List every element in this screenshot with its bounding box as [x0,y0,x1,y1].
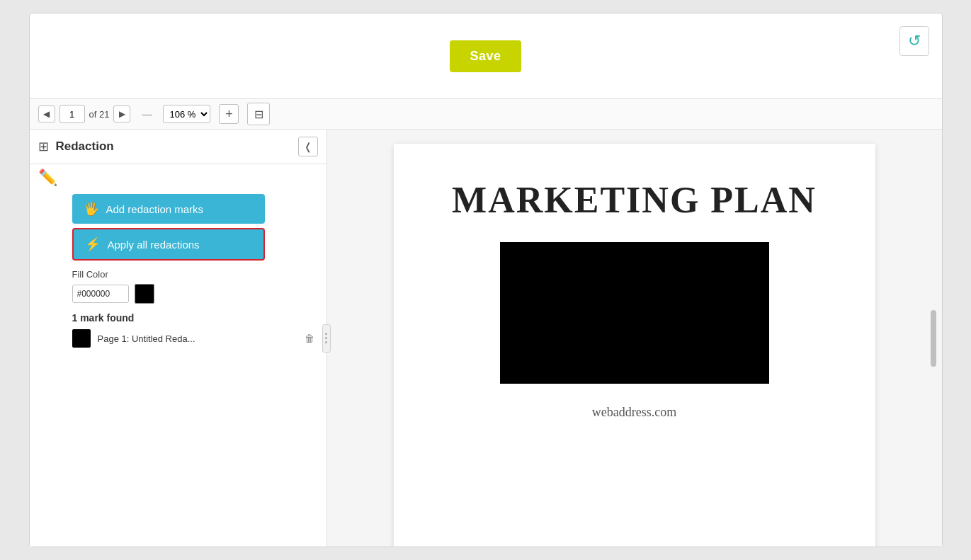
undo-icon: ↺ [908,32,921,50]
grid-icon: ⊞ [38,139,49,154]
scroll-indicator[interactable] [931,310,936,367]
apply-redaction-icon: ⚡ [85,236,101,252]
fill-color-label: Fill Color [72,269,318,280]
apply-redaction-button[interactable]: ⚡ Apply all redactions [72,228,265,261]
toolbar-nav: ◀ of 21 ▶ [38,105,131,123]
layout-button[interactable]: ⊟ [247,103,270,125]
next-icon: ▶ [119,109,125,119]
mark-delete-button[interactable]: 🗑 [301,330,318,347]
next-page-button[interactable]: ▶ [113,105,130,122]
sidebar-header: ⊞ Redaction ❬ [30,130,326,164]
zoom-control: 106 % 75 % 100 % 125 % 150 % [163,105,210,123]
fill-color-swatch[interactable] [135,284,154,304]
content-area: ⊞ Redaction ❬ ✏️ 🖐 Add redaction marks [30,130,942,547]
toolbar: ◀ of 21 ▶ — 106 % 75 % 100 % 125 % 150 % [30,98,942,130]
mark-name: Page 1: Untitled Reda... [98,333,294,344]
outer-container: Save ↺ ◀ of 21 ▶ — 106 % 75 % [0,0,971,560]
add-icon: + [225,107,233,122]
mark-item: Page 1: Untitled Reda... 🗑 [72,329,318,348]
zoom-select[interactable]: 106 % 75 % 100 % 125 % 150 % [163,105,210,123]
page-number-input[interactable] [59,105,85,123]
add-redaction-label: Add redaction marks [106,203,204,215]
doc-url: webaddress.com [592,405,676,420]
prev-icon: ◀ [43,109,50,119]
doc-page: MARKETING PLAN webaddress.com [394,144,875,547]
add-page-button[interactable]: + [219,104,239,124]
sidebar-title: Redaction [56,139,291,154]
sidebar: ⊞ Redaction ❬ ✏️ 🖐 Add redaction marks [30,130,327,547]
main-card: Save ↺ ◀ of 21 ▶ — 106 % 75 % [29,13,943,547]
add-redaction-button[interactable]: 🖐 Add redaction marks [72,194,265,224]
top-area: Save ↺ [30,13,942,98]
fill-color-input[interactable] [72,285,129,303]
doc-redaction-box [500,242,769,384]
resize-dot-1 [325,333,327,335]
resize-handle-dots [325,333,327,343]
undo-button[interactable]: ↺ [899,26,929,56]
add-redaction-icon: 🖐 [84,201,99,217]
marks-found-label: 1 mark found [72,312,318,324]
resize-dot-3 [325,341,327,343]
redaction-tool-icon[interactable]: ✏️ [38,168,57,186]
sidebar-collapse-button[interactable]: ❬ [298,137,318,156]
fill-color-section: Fill Color [30,269,326,312]
tool-icon-strip: ✏️ [30,164,326,191]
collapse-icon: ❬ [304,141,312,152]
doc-title: MARKETING PLAN [452,179,817,221]
apply-redaction-label: Apply all redactions [108,239,200,251]
resize-dot-2 [325,337,327,339]
resize-handle[interactable] [322,324,331,353]
mark-color-swatch [72,329,91,348]
marks-found-section: 1 mark found Page 1: Untitled Reda... 🗑 [30,312,326,353]
save-button[interactable]: Save [450,40,521,72]
divider-dash: — [142,108,152,120]
prev-page-button[interactable]: ◀ [38,105,55,122]
layout-icon: ⊟ [254,108,263,121]
page-of-label: of 21 [89,109,110,120]
fill-color-row [72,284,318,304]
doc-viewer: MARKETING PLAN webaddress.com [327,130,942,547]
